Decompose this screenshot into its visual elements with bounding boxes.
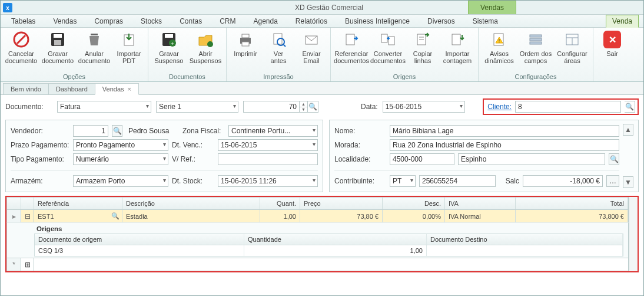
ribbon-anular-documento[interactable]: Anular documento	[76, 29, 112, 73]
menu-stocks[interactable]: Stocks	[135, 15, 168, 27]
printer-icon	[236, 30, 255, 49]
search-icon[interactable]: 🔍	[609, 153, 619, 165]
ribbon-ver-antes[interactable]: Ver antes	[262, 29, 295, 73]
row-collapse-icon[interactable]: ⊟	[21, 210, 34, 222]
tab-dashboard[interactable]: Dashboard	[48, 83, 95, 94]
copy-lines-icon	[413, 30, 432, 49]
col-descricao[interactable]: Descrição	[122, 198, 260, 209]
col-preco[interactable]: Preço	[300, 198, 383, 209]
subcol-doc-origem[interactable]: Documento de origem	[35, 234, 244, 245]
ribbon-imprimir[interactable]: Imprimir	[229, 29, 262, 73]
prazo-combo[interactable]: Pronto Pagamento	[73, 139, 168, 151]
document-tabs: Bem vindo Dashboard Vendas×	[1, 82, 643, 95]
client-input[interactable]: 8	[515, 101, 621, 113]
tab-vendas[interactable]: Vendas×	[95, 83, 139, 95]
nif-input[interactable]: 256055254	[419, 175, 496, 187]
doc-type-combo[interactable]: Fatura	[57, 101, 151, 113]
scroll-down-icon[interactable]: ▼	[623, 176, 633, 188]
menu-bi[interactable]: Business Inteligence	[339, 15, 416, 27]
scrollbar[interactable]	[629, 197, 638, 271]
ribbon-cancelar-documento[interactable]: Cancelar documento	[3, 29, 39, 73]
armazem-combo[interactable]: Armazem Porto	[73, 175, 168, 187]
date-input[interactable]: 15-06-2015	[383, 101, 465, 113]
ribbon-gravar-suspenso[interactable]: + Gravar Suspenso	[151, 29, 187, 73]
menu-relatorios[interactable]: Relatórios	[290, 15, 333, 27]
col-iva[interactable]: IVA	[445, 198, 516, 209]
menu-tabelas[interactable]: Tabelas	[5, 15, 41, 27]
layout-icon	[563, 30, 582, 49]
ribbon: Cancelar documento Gravar documento Anul…	[1, 28, 643, 82]
spinner-arrows-icon[interactable]: ▲▼	[300, 101, 308, 113]
more-icon[interactable]: …	[606, 175, 619, 187]
table-row[interactable]: CSQ 1/3 1,00	[34, 245, 623, 256]
ribbon-converter-documentos[interactable]: Converter documentos	[370, 29, 406, 73]
open-folder-icon	[196, 30, 215, 49]
import-count-icon	[448, 30, 467, 49]
ribbon-avisos-dinamicos[interactable]: ! Avisos dinâmicos	[481, 29, 517, 73]
morada-input[interactable]: Rua 20 Zona Industrial de Espinho	[390, 139, 619, 151]
ribbon-enviar-email[interactable]: Enviar Email	[295, 29, 328, 73]
scroll-up-icon[interactable]: ▲	[623, 124, 633, 136]
ribbon-referenciar-documentos[interactable]: Referenciar documentos	[333, 29, 370, 73]
col-referencia[interactable]: Referência	[34, 198, 122, 209]
close-tab-icon[interactable]: ×	[128, 85, 131, 93]
row-expand-icon[interactable]: ⊞	[21, 258, 34, 271]
pais-combo[interactable]: PT	[390, 175, 416, 187]
ribbon-importar-pdt[interactable]: Importar PDT	[112, 29, 145, 73]
search-icon[interactable]: 🔍	[112, 125, 122, 137]
client-label[interactable]: Cliente:	[487, 103, 512, 111]
ribbon-configurar-areas[interactable]: Configurar áreas	[554, 29, 590, 73]
svg-text:x: x	[6, 5, 9, 11]
svg-line-19	[283, 44, 286, 47]
col-quant[interactable]: Quant.	[260, 198, 300, 209]
ribbon-copiar-linhas[interactable]: Copiar linhas	[406, 29, 439, 73]
col-total[interactable]: Total	[516, 198, 628, 209]
convert-icon	[379, 30, 397, 49]
dtvenc-input[interactable]: 15-06-2015	[218, 139, 318, 151]
col-desc2[interactable]: Desc.	[383, 198, 445, 209]
search-icon[interactable]: 🔍	[308, 101, 318, 113]
ribbon-abrir-suspensos[interactable]: Abrir Suspensos	[187, 29, 224, 73]
subcol-quantidade[interactable]: Quantidade	[244, 234, 427, 245]
menu-venda-active[interactable]: Venda	[606, 15, 639, 28]
vendedor-num-input[interactable]: 1	[73, 125, 108, 137]
new-row-indicator-icon[interactable]: *	[7, 258, 21, 271]
menu-agenda[interactable]: Agenda	[247, 15, 283, 27]
menu-crm[interactable]: CRM	[214, 15, 241, 27]
vref-label: V/ Ref.:	[172, 155, 214, 163]
svg-text:+: +	[171, 41, 174, 47]
menu-diversos[interactable]: Diversos	[421, 15, 461, 27]
cidade-input[interactable]: Espinho	[458, 153, 605, 165]
ribbon-ordem-campos[interactable]: Ordem dos campos	[517, 29, 554, 73]
svg-rect-16	[242, 42, 249, 46]
menu-bar: Tabelas Vendas Compras Stocks Contas CRM…	[1, 15, 643, 28]
cp-input[interactable]: 4500-000	[390, 153, 454, 165]
email-icon	[302, 30, 321, 49]
tipo-combo[interactable]: Numerário	[73, 153, 168, 165]
ribbon-importar-contagem[interactable]: Importar contagem	[439, 29, 476, 73]
subgrid-title: Origens	[34, 224, 628, 233]
contribuinte-label: Contribuinte:	[334, 177, 386, 185]
menu-compras[interactable]: Compras	[88, 15, 129, 27]
doc-number-input[interactable]: 70 ▲▼ 🔍	[243, 101, 318, 113]
nome-input[interactable]: Mário Bibiana Lage	[390, 125, 619, 137]
dtstock-input[interactable]: 15-06-2015 11:26	[218, 175, 318, 187]
tab-bem-vindo[interactable]: Bem vindo	[3, 83, 49, 94]
zona-combo[interactable]: Continente Portu...	[228, 125, 318, 137]
ribbon-sair[interactable]: ✕ Sair	[596, 29, 629, 73]
tipo-label: Tipo Pagamento:	[11, 155, 69, 163]
search-icon[interactable]: 🔍	[111, 212, 119, 220]
table-row[interactable]: ▸ ⊟ EST1🔍 Estadia 1,00 73,80 € 0,00% IVA…	[6, 210, 629, 223]
search-icon[interactable]: 🔍	[625, 101, 635, 113]
ribbon-gravar-documento[interactable]: Gravar documento	[39, 29, 76, 73]
serie-combo[interactable]: Serie 1	[156, 101, 238, 113]
window-title: XD Gestão Comercial	[15, 4, 643, 12]
menu-contas[interactable]: Contas	[174, 15, 208, 27]
subcol-doc-destino[interactable]: Documento Destino	[427, 234, 623, 245]
app-logo-icon: x	[1, 1, 15, 15]
menu-sistema[interactable]: Sistema	[467, 15, 504, 27]
menu-vendas[interactable]: Vendas	[47, 15, 82, 27]
context-tab-vendas[interactable]: Vendas	[468, 1, 516, 14]
svg-rect-7	[91, 34, 98, 35]
vref-input[interactable]	[218, 153, 318, 165]
